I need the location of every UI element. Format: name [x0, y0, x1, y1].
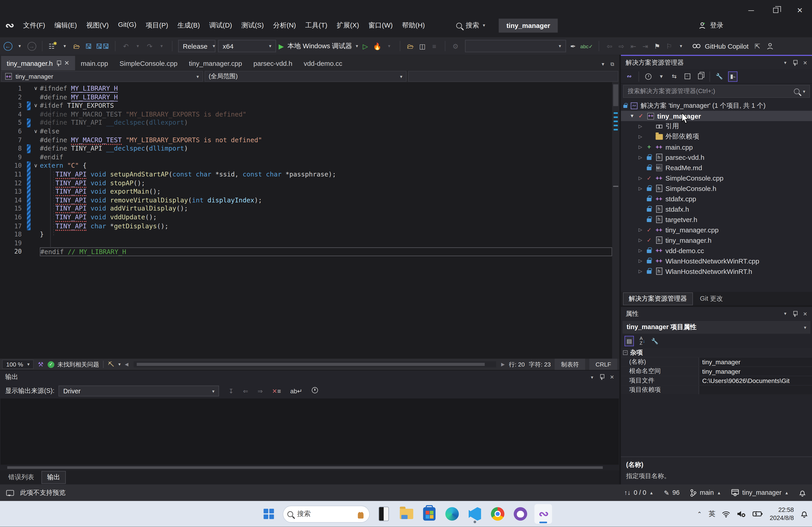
start-button[interactable]: [260, 504, 278, 524]
pending-changes-filter-icon[interactable]: [644, 71, 653, 81]
attach-process-button[interactable]: ⚙: [451, 40, 460, 52]
taskbar-search-box[interactable]: 搜索: [283, 506, 370, 523]
pin-icon[interactable]: [599, 374, 604, 380]
code-text[interactable]: [40, 239, 612, 247]
configuration-combo[interactable]: Release▾: [178, 40, 215, 52]
editor-tab-vdd-demo.cc[interactable]: vdd-demo.cc: [298, 56, 348, 70]
timestamp-icon[interactable]: [312, 387, 318, 395]
tree-item-外部依赖项[interactable]: ▷外部依赖项: [621, 132, 812, 142]
collapsed-arrow-icon[interactable]: ▷: [637, 134, 643, 139]
notifications-bell-icon[interactable]: [800, 510, 808, 518]
tree-item-project[interactable]: ▼ ✓ ++ tiny_manager: [621, 111, 812, 121]
collapsed-arrow-icon[interactable]: ▷: [637, 258, 643, 264]
close-icon[interactable]: ✕: [64, 60, 69, 67]
taskbar-vscode[interactable]: [466, 504, 483, 524]
toolbar-search-combo[interactable]: ▾: [465, 40, 566, 52]
code-text[interactable]: #define MY_MACRO_TEST "MY_LIBRARY_EXPORT…: [40, 110, 612, 119]
github-copilot-button[interactable]: GitHub Copilot ⇱: [693, 40, 773, 52]
platform-combo[interactable]: x64▾: [218, 40, 276, 52]
fold-collapse-icon[interactable]: ∨: [32, 84, 40, 93]
expanded-arrow-icon[interactable]: ▼: [629, 114, 635, 119]
code-text[interactable]: TINY_API char *getDisplays();: [40, 222, 612, 230]
editor-tab-tiny_manager.h[interactable]: tiny_manager.h✕: [1, 56, 75, 70]
tree-item-SimpleConsole.h[interactable]: ▷hSimpleConsole.h: [621, 183, 812, 194]
editor-tab-SimpleConsole.cpp[interactable]: SimpleConsole.cpp: [114, 56, 183, 70]
save-all-button[interactable]: 🖫🖫: [96, 40, 110, 52]
tree-item-vdd-demo.cc[interactable]: ▷++vdd-demo.cc: [621, 245, 812, 256]
properties-header[interactable]: 属性 ▾ ✕: [621, 307, 812, 320]
menu-item-10[interactable]: 扩展(X): [332, 18, 364, 32]
close-icon[interactable]: ✕: [803, 60, 807, 65]
window-position-dropdown[interactable]: ▾: [591, 374, 593, 380]
indent-decrease[interactable]: ⇤: [629, 40, 638, 52]
wifi-icon[interactable]: [722, 511, 730, 517]
code-text[interactable]: TINY_API void addVirtualDisplay();: [40, 205, 612, 213]
output-content[interactable]: [0, 398, 619, 465]
hot-reload-dropdown[interactable]: ▾: [385, 40, 394, 52]
code-text[interactable]: #else: [40, 127, 612, 136]
window-position-dropdown[interactable]: ▾: [784, 311, 786, 316]
tree-item-stdafx.h[interactable]: hstdafx.h: [621, 204, 812, 214]
menu-item-7[interactable]: 测试(S): [237, 18, 269, 32]
code-text[interactable]: #ifdef TINY_EXPORTS: [40, 102, 612, 110]
code-cleanup-icon[interactable]: ⛏: [108, 361, 114, 368]
debug-target-dropdown[interactable]: ▾: [356, 44, 358, 49]
property-category[interactable]: − 杂项: [621, 348, 812, 357]
tree-item-引用[interactable]: ▷引用: [621, 121, 812, 132]
bookmark-prev[interactable]: ⚐: [665, 40, 674, 52]
clear-all-icon[interactable]: ✕≡: [272, 387, 281, 394]
code-text[interactable]: TINY_API void vddUpdate();: [40, 213, 612, 222]
word-wrap-icon[interactable]: ab↵: [290, 387, 303, 394]
tree-item-parsec-vdd.h[interactable]: ▷hparsec-vdd.h: [621, 152, 812, 163]
switch-views-icon[interactable]: ∾: [625, 71, 633, 81]
menu-item-4[interactable]: 项目(P): [141, 18, 173, 32]
pin-icon[interactable]: [793, 60, 797, 65]
menu-item-3[interactable]: Git(G): [114, 18, 141, 32]
prev-message-icon[interactable]: ⇐: [243, 387, 248, 394]
code-text[interactable]: TINY_API void setupAndStartAP(const char…: [40, 170, 612, 179]
taskbar-github-desktop[interactable]: [511, 504, 529, 524]
rename-button[interactable]: ✒: [568, 40, 578, 52]
collapse-all-icon[interactable]: −: [683, 71, 691, 81]
feedback-person-icon[interactable]: [766, 42, 773, 49]
properties-copy-icon[interactable]: [696, 71, 705, 81]
minimize-button[interactable]: [739, 0, 763, 21]
property-value[interactable]: tiny_manager: [698, 367, 812, 376]
menu-item-12[interactable]: 帮助(H): [397, 18, 430, 32]
taskbar-visual-studio-active[interactable]: ∾: [534, 504, 552, 524]
restore-button[interactable]: [763, 0, 788, 21]
property-value[interactable]: C:\Users\90626\Documents\Git: [698, 376, 812, 385]
forward-button[interactable]: →: [27, 40, 36, 52]
quick-search-control[interactable]: 搜索 ▾: [456, 21, 485, 30]
code-health-icon[interactable]: ⚒: [38, 361, 44, 368]
zoom-combo[interactable]: 100 % ▾: [2, 360, 34, 369]
back-button[interactable]: ←: [3, 40, 12, 52]
taskbar-app-bw[interactable]: [375, 504, 392, 524]
filter-dropdown[interactable]: ▾: [657, 71, 666, 81]
tree-item-tiny_manager.cpp[interactable]: ▷✓++tiny_manager.cpp: [621, 225, 812, 235]
tab-output[interactable]: 输出: [42, 471, 66, 484]
find-in-files-button[interactable]: 🗁: [406, 40, 415, 52]
collapse-category-icon[interactable]: −: [623, 350, 628, 355]
properties-object-combo[interactable]: tiny_manager 项目属性 ▾: [623, 321, 810, 334]
close-button[interactable]: ✕: [788, 0, 812, 21]
collapsed-arrow-icon[interactable]: ▷: [637, 238, 643, 243]
preview-selected-items-icon[interactable]: ▮˵: [728, 71, 737, 81]
close-icon[interactable]: ✕: [803, 311, 807, 316]
undo-button[interactable]: ↶: [121, 40, 130, 52]
spell-check-icon[interactable]: abc✓: [580, 40, 593, 52]
menu-item-9[interactable]: 工具(T): [301, 18, 332, 32]
collapsed-arrow-icon[interactable]: ▷: [637, 155, 643, 160]
collapsed-arrow-icon[interactable]: ▷: [637, 124, 643, 129]
code-text[interactable]: }: [40, 230, 612, 239]
solution-search-input[interactable]: 搜索解决方案资源管理器(Ctrl+;) ▾: [623, 85, 810, 98]
code-text[interactable]: TINY_API void stopAP();: [40, 179, 612, 187]
hot-reload-button[interactable]: 🔥: [373, 40, 382, 52]
property-value[interactable]: tiny_manager: [698, 358, 812, 366]
tree-item-WlanHostedNetworkWinRT.h[interactable]: ▷hWlanHostedNetworkWinRT.h: [621, 266, 812, 276]
scrollbar-thumb[interactable]: [613, 84, 618, 106]
property-value[interactable]: [698, 386, 812, 394]
scroll-left-icon[interactable]: ◀: [125, 362, 128, 367]
editor-vertical-scrollbar[interactable]: [612, 82, 619, 359]
indent-increase[interactable]: ⇥: [641, 40, 650, 52]
